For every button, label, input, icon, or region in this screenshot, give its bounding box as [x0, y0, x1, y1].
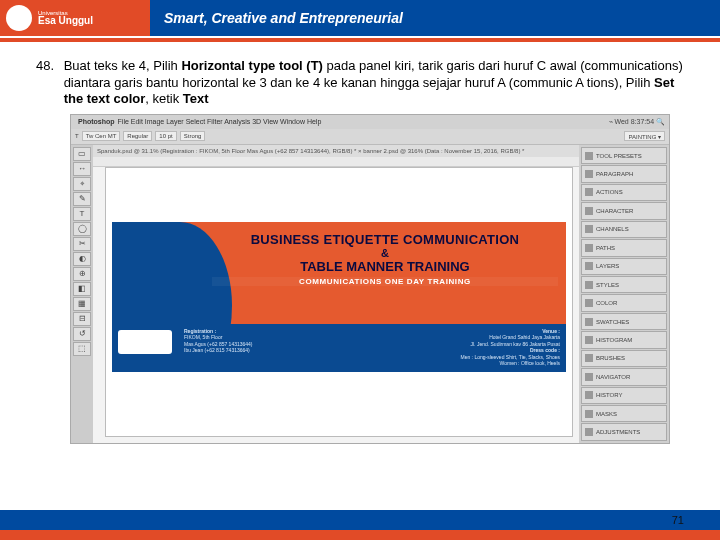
- tool-button[interactable]: ◧: [73, 282, 91, 296]
- panel-masks[interactable]: MASKS: [581, 405, 667, 422]
- panel-color[interactable]: COLOR: [581, 294, 667, 311]
- panel-swatches[interactable]: SWATCHES: [581, 313, 667, 330]
- tool-button[interactable]: ⊕: [73, 267, 91, 281]
- artwork-footer: Registration : FIKOM, 5th Floor Mas Agus…: [112, 324, 566, 372]
- artwork-text-block: BUSINESS ETIQUETTE COMMUNICATION & TABLE…: [212, 232, 558, 286]
- workspace-switcher[interactable]: PAINTING ▾: [624, 131, 665, 141]
- panel-styles[interactable]: STYLES: [581, 276, 667, 293]
- panel-character[interactable]: CHARACTER: [581, 202, 667, 219]
- document-tabs[interactable]: Spanduk.psd @ 31.1% (Registration : FIKO…: [93, 145, 579, 157]
- ps-options-bar: T Tw Cen MT Regular 10 pt Strong PAINTIN…: [71, 129, 669, 145]
- panel-icon: [585, 318, 593, 326]
- tool-button[interactable]: T: [73, 207, 91, 221]
- registration-col: Registration : FIKOM, 5th Floor Mas Agus…: [178, 324, 259, 372]
- univ-name: Esa Unggul: [38, 15, 93, 26]
- footer-orange: [0, 530, 720, 540]
- panel-icon: [585, 244, 593, 252]
- font-family-select[interactable]: Tw Cen MT: [82, 131, 121, 141]
- panel-actions[interactable]: ACTIONS: [581, 184, 667, 201]
- tool-button[interactable]: ▦: [73, 297, 91, 311]
- artwork-banner: BUSINESS ETIQUETTE COMMUNICATION & TABLE…: [112, 222, 566, 372]
- ps-right-panels: TOOL PRESETSPARAGRAPHACTIONSCHARACTERCHA…: [579, 145, 669, 443]
- spotlight-icon: 🔍: [656, 118, 665, 125]
- antialias-select[interactable]: Strong: [180, 131, 206, 141]
- panel-icon: [585, 354, 593, 362]
- tool-button[interactable]: ✂: [73, 237, 91, 251]
- panel-icon: [585, 336, 593, 344]
- font-size-select[interactable]: 10 pt: [155, 131, 176, 141]
- panel-icon: [585, 262, 593, 270]
- tool-button[interactable]: ⬚: [73, 342, 91, 356]
- logo-text: Universitas Esa Unggul: [38, 10, 93, 26]
- panel-icon: [585, 170, 593, 178]
- tool-button[interactable]: ↔: [73, 162, 91, 176]
- panel-icon: [585, 281, 593, 289]
- panel-paths[interactable]: PATHS: [581, 239, 667, 256]
- title-amp: &: [212, 247, 558, 259]
- panel-layers[interactable]: LAYERS: [581, 258, 667, 275]
- title-line1: BUSINESS ETIQUETTE COMMUNICATION: [212, 232, 558, 247]
- ps-left-toolbar: ▭↔⌖✎T◯✂◐⊕◧▦⊟↺⬚: [71, 145, 93, 443]
- page-number: 71: [672, 514, 684, 526]
- panel-channels[interactable]: CHANNELS: [581, 221, 667, 238]
- font-style-select[interactable]: Regular: [123, 131, 152, 141]
- ps-menus: File Edit Image Layer Select Filter Anal…: [118, 118, 322, 125]
- panel-histogram[interactable]: HISTOGRAM: [581, 331, 667, 348]
- clock: Wed 8:37:54: [614, 118, 654, 125]
- tool-button[interactable]: ◯: [73, 222, 91, 236]
- panel-icon: [585, 188, 593, 196]
- tool-button[interactable]: ◐: [73, 252, 91, 266]
- step-number: 48.: [36, 58, 60, 75]
- tagline: Smart, Creative and Entrepreneurial: [150, 0, 720, 36]
- panel-icon: [585, 428, 593, 436]
- ps-menubar: Photoshop File Edit Image Layer Select F…: [71, 115, 669, 129]
- logo-icon: [6, 5, 32, 31]
- panel-history[interactable]: HISTORY: [581, 387, 667, 404]
- artwork-logo-icon: [118, 330, 172, 354]
- panel-icon: [585, 207, 593, 215]
- panel-icon: [585, 410, 593, 418]
- photoshop-screenshot: Photoshop File Edit Image Layer Select F…: [70, 114, 670, 444]
- venue-col: Venue : Hotel Grand Sahid Jaya Jakarta J…: [455, 324, 567, 372]
- ps-canvas-area: Spanduk.psd @ 31.1% (Registration : FIKO…: [93, 145, 579, 443]
- panel-tool-presets[interactable]: TOOL PRESETS: [581, 147, 667, 164]
- header-banner: Universitas Esa Unggul Smart, Creative a…: [0, 0, 720, 36]
- footer-blue: 71: [0, 510, 720, 530]
- ruler-horizontal: [93, 157, 579, 167]
- panel-icon: [585, 225, 593, 233]
- panel-icon: [585, 391, 593, 399]
- instruction-text: 48. Buat teks ke 4, Pilih Horizontal typ…: [0, 42, 720, 114]
- panel-brushes[interactable]: BRUSHES: [581, 350, 667, 367]
- panel-icon: [585, 299, 593, 307]
- ps-app-name: Photoshop: [78, 118, 115, 125]
- ps-status-right: ⌁ Wed 8:37:54 🔍: [609, 118, 665, 126]
- title-line2: TABLE MANNER TRAINING: [212, 259, 558, 274]
- panel-paragraph[interactable]: PARAGRAPH: [581, 165, 667, 182]
- tool-button[interactable]: ▭: [73, 147, 91, 161]
- ps-body: ▭↔⌖✎T◯✂◐⊕◧▦⊟↺⬚ Spanduk.psd @ 31.1% (Regi…: [71, 145, 669, 443]
- canvas-stage[interactable]: BUSINESS ETIQUETTE COMMUNICATION & TABLE…: [105, 167, 573, 437]
- type-tool-icon: T: [75, 133, 79, 139]
- logo-block: Universitas Esa Unggul: [0, 0, 150, 36]
- panel-adjustments[interactable]: ADJUSTMENTS: [581, 423, 667, 440]
- tool-button[interactable]: ✎: [73, 192, 91, 206]
- slide-footer: 71: [0, 510, 720, 540]
- panel-icon: [585, 152, 593, 160]
- tool-button[interactable]: ↺: [73, 327, 91, 341]
- tool-button[interactable]: ⊟: [73, 312, 91, 326]
- panel-icon: [585, 373, 593, 381]
- panel-navigator[interactable]: NAVIGATOR: [581, 368, 667, 385]
- tool-button[interactable]: ⌖: [73, 177, 91, 191]
- step-body: Buat teks ke 4, Pilih Horizontal type to…: [64, 58, 684, 108]
- title-line3: COMMUNICATIONS ONE DAY TRAINING: [212, 277, 558, 286]
